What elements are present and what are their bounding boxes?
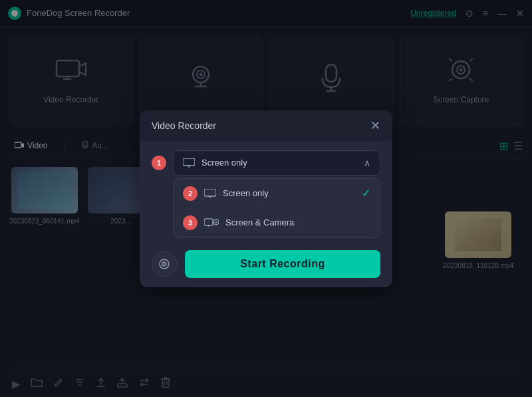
option-screen-only-label: Screen only	[223, 188, 269, 198]
modal-body: 1 Screen only ∧	[140, 141, 392, 238]
modal-header: Video Recorder ✕	[140, 110, 392, 141]
check-icon: ✓	[362, 187, 370, 199]
svg-rect-42	[204, 189, 216, 196]
dropdown-option-left-2: Screen & Camera	[204, 217, 294, 227]
modal-close-button[interactable]: ✕	[370, 120, 380, 132]
option-screen-camera-label: Screen & Camera	[225, 217, 294, 227]
chevron-up-icon: ∧	[364, 158, 370, 168]
dropdown-selected-left: Screen only	[183, 158, 247, 168]
svg-rect-45	[204, 219, 213, 225]
step-badge-1: 1	[152, 156, 166, 170]
dropdown-selected[interactable]: Screen only ∧	[173, 150, 380, 176]
camera-circle-button[interactable]	[152, 251, 177, 277]
modal-title: Video Recorder	[152, 120, 216, 131]
modal-footer: Start Recording	[140, 241, 392, 287]
dropdown-container: Screen only ∧	[173, 150, 380, 176]
step-badge-3: 3	[183, 215, 198, 230]
dropdown-open: 2 Screen only ✓ 3	[173, 178, 380, 238]
dropdown-option-screen-only[interactable]: 2 Screen only ✓	[174, 179, 380, 208]
start-recording-button[interactable]: Start Recording	[185, 250, 380, 278]
dropdown-selected-text: Screen only	[201, 158, 247, 168]
dropdown-row-1: 1 Screen only ∧	[152, 150, 380, 176]
modal-overlay: Video Recorder ✕ 1 Screen only ∧	[0, 0, 532, 397]
step-badge-2: 2	[183, 186, 198, 201]
svg-point-52	[164, 263, 165, 265]
svg-point-49	[215, 221, 217, 223]
dropdown-option-screen-camera[interactable]: 3 Screen & Camera	[174, 208, 380, 237]
video-recorder-modal: Video Recorder ✕ 1 Screen only ∧	[140, 110, 392, 287]
dropdown-option-left: Screen only	[204, 188, 269, 198]
svg-rect-39	[183, 158, 195, 166]
